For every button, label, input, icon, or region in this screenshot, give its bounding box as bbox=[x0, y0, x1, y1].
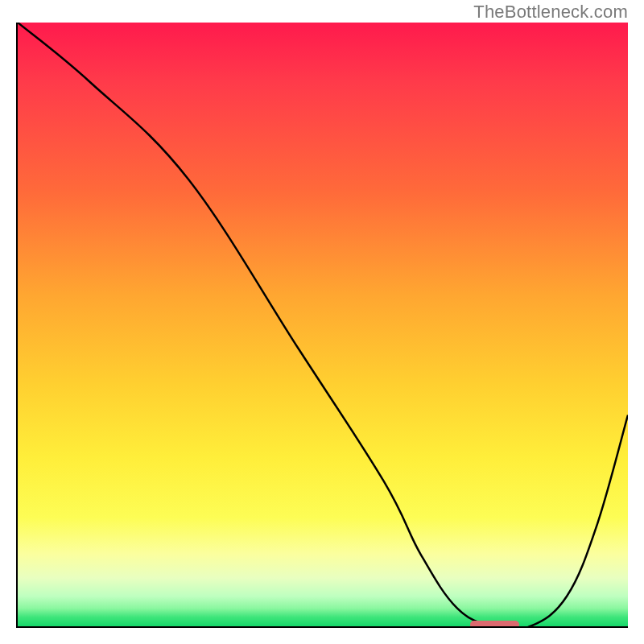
chart-curve-svg bbox=[18, 23, 628, 626]
bottleneck-curve-path bbox=[18, 23, 628, 626]
chart-plot-area bbox=[16, 23, 628, 628]
optimal-range-marker bbox=[470, 621, 519, 628]
watermark-text: TheBottleneck.com bbox=[473, 2, 628, 23]
